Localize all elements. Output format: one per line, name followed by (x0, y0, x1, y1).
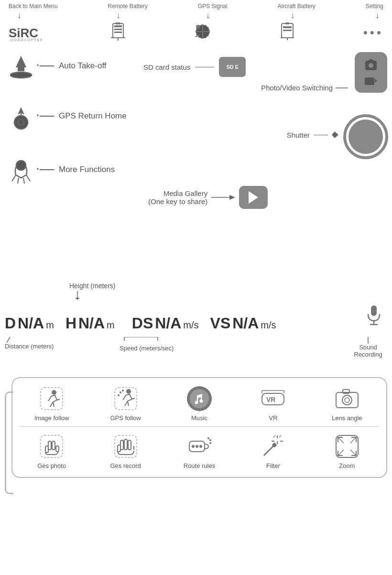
svg-point-51 (122, 390, 124, 391)
svg-point-54 (195, 401, 198, 404)
auto-takeoff-item[interactable]: • Auto Take-off (7, 52, 107, 80)
aircraft-battery-col: Aircraft Battery (277, 3, 315, 10)
bottom-panel: Image follow (11, 377, 387, 478)
svg-point-48 (126, 389, 131, 394)
sound-recording-label: Sound Recording (354, 344, 382, 358)
aircraft-battery-icon (279, 22, 295, 43)
gps-follow-item[interactable]: GPS follow (107, 386, 145, 422)
vr-item[interactable]: VR VR (254, 386, 292, 422)
lens-angle-label: Lens angle (332, 414, 362, 422)
svg-rect-75 (118, 445, 120, 452)
d-prefix: D (5, 315, 16, 332)
svg-point-83 (209, 442, 211, 444)
svg-marker-34 (229, 195, 235, 200)
ds-prefix: DS (132, 315, 153, 332)
svg-line-95 (350, 437, 356, 443)
svg-line-84 (264, 445, 274, 456)
svg-rect-18 (283, 30, 292, 31)
svg-point-79 (196, 445, 198, 448)
svg-rect-29 (365, 77, 374, 85)
ges-photo-item[interactable]: Ges photo (33, 434, 71, 469)
media-gallery-sub: (One key to share) (148, 197, 207, 206)
route-rules-item[interactable]: Route rules (180, 434, 218, 469)
h-unit: m (107, 320, 115, 331)
photo-video-label: Photo/Video Switching (261, 84, 350, 92)
svg-point-80 (199, 445, 202, 448)
svg-point-65 (345, 398, 349, 402)
d-unit: m (46, 320, 54, 331)
svg-rect-69 (45, 446, 48, 453)
svg-line-90 (279, 435, 281, 437)
svg-marker-22 (16, 56, 26, 67)
more-functions-label: More Functions (59, 165, 115, 174)
speed-label: Speed (meters/sec) (120, 345, 174, 352)
gps-return-label: GPS Return Home (59, 111, 127, 121)
gps-arrow: ↓ (206, 11, 210, 21)
more-functions-item[interactable]: • More Functions (7, 155, 115, 184)
svg-marker-32 (332, 131, 338, 138)
svg-point-21 (11, 72, 32, 78)
shutter-section: Shutter (287, 114, 388, 159)
settings-icon[interactable]: ••• (363, 25, 383, 40)
sound-recording-icon[interactable] (365, 304, 382, 328)
vs-unit: m/s (261, 320, 276, 331)
svg-point-25 (18, 119, 24, 125)
zoom-item[interactable]: Zoom (328, 434, 366, 469)
filter-item[interactable]: Filter (254, 434, 292, 469)
ges-record-item[interactable]: Ges record (107, 434, 145, 469)
aircraft-battery-label: Aircraft Battery (277, 3, 315, 10)
lens-angle-item[interactable]: Lens angle (328, 386, 366, 422)
auto-takeoff-label: Auto Take-off (59, 61, 107, 71)
camera-switch-button[interactable] (355, 52, 387, 93)
sd-card-status-item: SD card status SD E (143, 57, 246, 77)
image-follow-label: Image follow (34, 414, 69, 422)
svg-point-81 (207, 437, 209, 439)
remote-battery-arrow: ↓ (116, 11, 120, 21)
media-gallery-button[interactable] (239, 186, 268, 209)
image-follow-item[interactable]: Image follow (33, 386, 71, 422)
sd-card-status-label: SD card status (143, 63, 190, 71)
svg-point-46 (52, 390, 56, 395)
svg-line-91 (273, 435, 275, 437)
svg-rect-16 (285, 22, 289, 24)
svg-point-82 (209, 439, 211, 441)
svg-rect-4 (114, 25, 122, 27)
vr-label: VR (269, 414, 277, 422)
svg-point-53 (190, 389, 209, 408)
distance-label: Distance (meters) (5, 343, 54, 350)
media-gallery-item: Media Gallery (One key to share) (148, 186, 268, 209)
music-item[interactable]: Music (180, 386, 218, 422)
zoom-label: Zoom (339, 462, 355, 469)
svg-rect-37 (371, 305, 377, 316)
svg-point-27 (16, 161, 26, 170)
svg-line-96 (350, 450, 356, 456)
height-label-container: Height (meters) (69, 282, 387, 302)
setting-label: Setting (366, 3, 383, 10)
svg-rect-3 (116, 22, 120, 24)
back-to-menu-label: Back to Main Menu (9, 3, 58, 10)
svg-text:QUADCOPTER: QUADCOPTER (11, 38, 42, 41)
h-value: N/A (78, 315, 105, 332)
vs-prefix: VS (210, 315, 231, 332)
svg-rect-23 (18, 67, 24, 71)
left-bracket (5, 391, 13, 494)
shutter-button[interactable] (343, 114, 388, 159)
svg-rect-68 (52, 441, 55, 450)
remote-battery-icon (110, 22, 126, 43)
svg-marker-36 (75, 298, 80, 300)
d-value: N/A (18, 315, 44, 332)
telemetry-labels-row: Distance (meters) Speed (meters/sec) Sou… (5, 335, 387, 358)
svg-point-49 (118, 394, 120, 396)
media-gallery-label: Media Gallery (163, 189, 208, 197)
remote-battery-col: Remote Battery (108, 3, 148, 10)
height-label: Height (meters) (69, 282, 115, 290)
sirc-logo[interactable]: SiRC QUADCOPTER (9, 24, 42, 41)
svg-rect-45 (41, 388, 63, 410)
gps-return-item[interactable]: • GPS Return Home (7, 102, 127, 130)
svg-rect-70 (56, 446, 59, 452)
svg-rect-74 (128, 440, 131, 450)
gps-signal-label: GPS Signal (198, 3, 228, 10)
gps-signal-icon (194, 23, 211, 42)
svg-rect-5 (114, 29, 122, 30)
setting-arrow: ↓ (375, 11, 380, 21)
